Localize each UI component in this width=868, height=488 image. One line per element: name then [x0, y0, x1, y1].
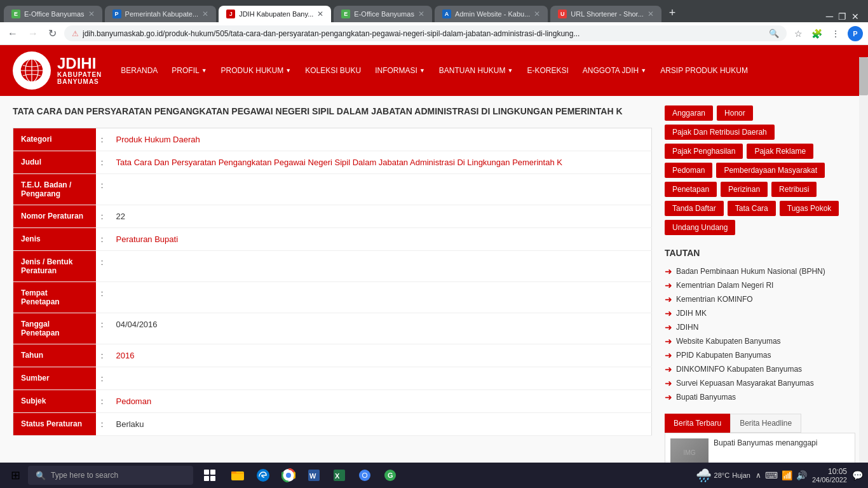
tag-tanda-daftar[interactable]: Tanda Daftar: [665, 201, 724, 216]
tautan-link-kemendagri[interactable]: Kementrian Dalam Negeri RI: [676, 281, 773, 290]
berita-headline-tab[interactable]: Berita Headline: [730, 414, 801, 433]
browser-tab-3[interactable]: J JDIH Kabupaten Bany... ✕: [219, 6, 331, 22]
tag-retribusi[interactable]: Retribusi: [771, 182, 817, 197]
browser-tab-5[interactable]: A Admin Website - Kabu... ✕: [435, 6, 548, 22]
nav-arsip[interactable]: ARSIP PRODUK HUKUM: [654, 61, 754, 80]
value-tahun[interactable]: 2016: [109, 344, 652, 367]
taskbar-search-bar[interactable]: 🔍 Type here to search: [28, 466, 193, 482]
nav-profil[interactable]: PROFIL ▼: [165, 61, 213, 80]
tag-anggaran[interactable]: Anggaran: [665, 105, 713, 121]
tautan-link-bphn[interactable]: Badan Pembinaan Hukum Nasional (BPHN): [676, 267, 825, 276]
berita-tabs: Berita Terbaru Berita Headline: [665, 414, 855, 433]
browser-tab-2[interactable]: P Pemerintah Kabupate... ✕: [105, 6, 217, 22]
profile-button[interactable]: P: [848, 26, 863, 41]
search-in-page-icon[interactable]: 🔍: [769, 29, 779, 38]
label-teu: T.E.U. Badan / Pengarang: [13, 173, 96, 205]
close-button[interactable]: ✕: [851, 11, 859, 22]
tag-pajak-reklame[interactable]: Pajak Reklame: [747, 144, 813, 159]
tag-perizinan[interactable]: Perizinan: [721, 182, 768, 197]
nav-e-koreksi[interactable]: E-KOREKSI: [520, 61, 574, 80]
nav-bantuan-hukum[interactable]: BANTUAN HUKUM ▼: [433, 61, 520, 80]
nav-produk-hukum[interactable]: PRODUK HUKUM ▼: [215, 61, 298, 80]
word-button[interactable]: W: [302, 464, 325, 482]
tab-close-5[interactable]: ✕: [534, 10, 540, 18]
tab-close-2[interactable]: ✕: [202, 10, 208, 18]
svg-point-19: [363, 473, 367, 477]
profile-menu-icon[interactable]: ⋮: [829, 26, 843, 41]
tautan-link-dinkominfo[interactable]: DINKOMINFO Kabupaten Banyumas: [676, 365, 802, 374]
tautan-section: TAUTAN ➜Badan Pembinaan Hukum Nasional (…: [665, 248, 855, 404]
svg-rect-6: [204, 476, 209, 481]
new-tab-button[interactable]: +: [664, 4, 681, 22]
google-docs-button[interactable]: G: [379, 464, 402, 482]
tautan-link-kominfo[interactable]: Kementrian KOMINFO: [676, 295, 753, 304]
chrome-button[interactable]: [277, 464, 300, 482]
maximize-button[interactable]: ❐: [838, 11, 846, 22]
url-text: jdih.banyumaskab.go.id/produk-hukum/505/…: [83, 29, 765, 38]
tag-undang-undang[interactable]: Undang Undang: [665, 220, 735, 235]
tab-close-3[interactable]: ✕: [317, 10, 323, 18]
label-judul: Judul: [13, 151, 96, 173]
tag-pajak-penghasilan[interactable]: Pajak Penghasilan: [665, 144, 743, 159]
nav-koleksi-buku[interactable]: KOLEKSI BUKU: [299, 61, 367, 80]
minimize-button[interactable]: ─: [826, 11, 833, 22]
tag-row-7: Undang Undang: [665, 220, 855, 235]
berita-terbaru-tab[interactable]: Berita Terbaru: [665, 414, 730, 433]
keyboard-icon[interactable]: ⌨: [765, 470, 778, 480]
scrollbar-thumb[interactable]: [859, 57, 868, 95]
table-row: Jenis / Bentuk Peraturan :: [13, 250, 652, 281]
scrollbar-track[interactable]: [859, 57, 868, 464]
tautan-link-bupati[interactable]: Bupati Banyumas: [676, 393, 736, 402]
extensions-icon[interactable]: 🧩: [809, 26, 825, 41]
value-judul[interactable]: Tata Cara Dan Persyaratan Pengangkatan P…: [109, 151, 652, 173]
value-kategori[interactable]: Produk Hukum Daerah: [109, 128, 652, 151]
tautan-link-ppid[interactable]: PPID Kabupaten Banyumas: [676, 351, 771, 360]
nav-beranda[interactable]: BERANDA: [114, 61, 164, 80]
tautan-link-website-banyumas[interactable]: Website Kabupaten Banyumas: [676, 337, 781, 346]
browser-tab-1[interactable]: E E-Office Banyumas ✕: [4, 6, 102, 22]
nav-informasi[interactable]: INFORMASI ▼: [369, 61, 431, 80]
start-button[interactable]: ⊞: [5, 465, 25, 482]
excel-button[interactable]: X: [328, 464, 351, 482]
google-chrome-button[interactable]: [353, 464, 376, 482]
network-icon[interactable]: 📶: [782, 470, 792, 480]
tautan-link-jdih-mk[interactable]: JDIH MK: [676, 309, 707, 318]
volume-icon[interactable]: 🔊: [796, 470, 807, 480]
tag-pemberdayaan[interactable]: Pemberdayaan Masyarakat: [716, 163, 825, 178]
tautan-link-survei[interactable]: Survei Kepuasan Masyarakat Banyumas: [676, 379, 814, 388]
tab-close-6[interactable]: ✕: [648, 10, 654, 18]
browser-chrome: E E-Office Banyumas ✕ P Pemerintah Kabup…: [0, 0, 868, 45]
tag-tata-cara[interactable]: Tata Cara: [728, 201, 776, 216]
nav-anggota-jdih[interactable]: ANGGOTA JDIH ▼: [576, 61, 653, 80]
refresh-button[interactable]: ↻: [46, 25, 59, 42]
edge-button[interactable]: [252, 464, 275, 482]
logo-text: JDIHI KABUPATEN BANYUMAS: [57, 56, 102, 85]
value-sumber: [109, 367, 652, 390]
browser-tab-4[interactable]: E E-Office Banyumas ✕: [334, 6, 432, 22]
tab-close-4[interactable]: ✕: [418, 10, 424, 18]
browser-tab-6[interactable]: U URL Shortener - Shor... ✕: [550, 6, 661, 22]
logo-area[interactable]: JDIHI KABUPATEN BANYUMAS: [13, 51, 102, 90]
tag-pajak-retribusi[interactable]: Pajak Dan Retribusi Daerah: [665, 125, 775, 140]
url-bar[interactable]: ⚠ jdih.banyumaskab.go.id/produk-hukum/50…: [64, 25, 787, 41]
value-subjek[interactable]: Pedoman: [109, 390, 652, 412]
weather-widget[interactable]: 🌧️ 28°C Hujan: [696, 468, 750, 482]
tab-close-1[interactable]: ✕: [88, 10, 95, 18]
chevron-down-icon: ▼: [201, 67, 207, 74]
file-explorer-button[interactable]: [226, 464, 249, 482]
value-jenis[interactable]: Peraturan Bupati: [109, 227, 652, 250]
task-view-button[interactable]: [198, 464, 221, 482]
chevron-up-icon[interactable]: ∧: [756, 471, 761, 480]
back-button[interactable]: ←: [5, 25, 20, 42]
tautan-list: ➜Badan Pembinaan Hukum Nasional (BPHN) ➜…: [665, 264, 855, 404]
tag-pedoman[interactable]: Pedoman: [665, 163, 712, 178]
tautan-link-jdihn[interactable]: JDIHN: [676, 323, 698, 332]
forward-button[interactable]: →: [25, 25, 41, 42]
notification-button[interactable]: 💬: [852, 470, 863, 480]
tag-honor[interactable]: Honor: [717, 105, 753, 121]
tag-tugas-pokok[interactable]: Tugas Pokok: [780, 201, 839, 216]
bookmark-icon[interactable]: ☆: [792, 26, 805, 41]
system-clock[interactable]: 10:05 24/06/2022: [812, 467, 847, 482]
arrow-icon: ➜: [665, 364, 672, 374]
tag-penetapan[interactable]: Penetapan: [665, 182, 717, 197]
